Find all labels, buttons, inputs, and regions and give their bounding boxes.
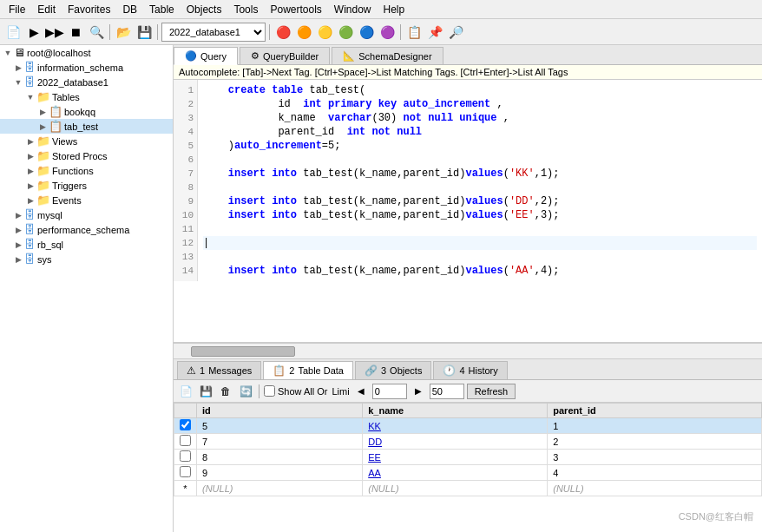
expand-rbsql: ▶ xyxy=(12,239,24,251)
open-btn[interactable]: 📂 xyxy=(114,23,133,42)
menu-file[interactable]: File xyxy=(3,2,30,17)
cell-id: 5 xyxy=(197,418,363,434)
new-btn[interactable]: 📄 xyxy=(3,23,23,42)
find-btn[interactable]: 🔎 xyxy=(446,23,465,42)
menu-favorites[interactable]: Favorites xyxy=(62,2,115,17)
tab-query[interactable]: 🔵 Query xyxy=(174,47,238,65)
tabledata-icon: 📋 xyxy=(273,365,286,377)
schemadesigner-tab-label: SchemaDesigner xyxy=(358,51,431,62)
sidebar-item-views[interactable]: ▶ 📁 Views xyxy=(0,134,173,148)
data-table-wrapper[interactable]: id k_name parent_id 5KK17DD28EE39AA4*(NU… xyxy=(174,403,762,532)
menu-objects[interactable]: Objects xyxy=(181,2,227,17)
copy-btn[interactable]: 📋 xyxy=(404,23,424,42)
code-content[interactable]: create table tab_test( id int primary ke… xyxy=(198,80,762,281)
scroll-thumb[interactable] xyxy=(191,346,295,357)
refresh-button[interactable]: Refresh xyxy=(467,384,516,399)
tab-querybuilder[interactable]: ⚙ QueryBuilder xyxy=(240,47,330,64)
tab-schemadesigner[interactable]: 📐 SchemaDesigner xyxy=(332,47,443,64)
sidebar-item-sys[interactable]: ▶ 🗄 sys xyxy=(0,252,173,266)
sidebar-item-events[interactable]: ▶ 📁 Events xyxy=(0,193,173,207)
row-checkbox-cell[interactable] xyxy=(174,418,197,434)
result-new-btn[interactable]: 📄 xyxy=(177,383,194,400)
tb3[interactable]: 🟡 xyxy=(315,23,334,42)
folder-icon-stored: 📁 xyxy=(36,149,50,162)
sidebar-item-2022db[interactable]: ▼ 🗄 2022_database1 xyxy=(0,75,173,89)
row-checkbox[interactable] xyxy=(180,450,191,462)
run-all-btn[interactable]: ▶▶ xyxy=(45,23,64,42)
cell-k_name: KK xyxy=(363,418,548,434)
sidebar-item-info-schema[interactable]: ▶ 🗄 information_schema xyxy=(0,60,173,75)
sidebar-item-functions[interactable]: ▶ 📁 Functions xyxy=(0,163,173,178)
result-tab-messages[interactable]: ⚠ 1 Messages xyxy=(177,361,261,379)
row-checkbox-cell[interactable] xyxy=(174,450,197,465)
tb4[interactable]: 🟢 xyxy=(336,23,355,42)
nav-next-btn[interactable]: ▶ xyxy=(410,383,427,400)
cell-k_name: DD xyxy=(363,434,548,450)
autocomplete-hint: Autocomplete: [Tab]->Next Tag. [Ctrl+Spa… xyxy=(174,65,762,80)
tb1[interactable]: 🔴 xyxy=(273,23,292,42)
show-all-checkbox[interactable] xyxy=(264,385,275,397)
tb2[interactable]: 🟠 xyxy=(294,23,313,42)
menu-powertools[interactable]: Powertools xyxy=(265,2,326,17)
sidebar-item-mysql[interactable]: ▶ 🗄 mysql xyxy=(0,207,173,222)
row-checkbox[interactable] xyxy=(180,419,191,430)
code-editor[interactable]: 1 2 3 4 5 6 7 8 9 10 11 12 13 14 creat xyxy=(174,80,762,343)
menu-help[interactable]: Help xyxy=(378,2,411,17)
result-save-btn[interactable]: 💾 xyxy=(197,383,214,400)
sidebar-item-bookqq[interactable]: ▶ 📋 bookqq xyxy=(0,104,173,119)
expand-tabtest: ▶ xyxy=(36,121,49,133)
menu-window[interactable]: Window xyxy=(329,2,377,17)
db-selector[interactable]: 2022_database1 xyxy=(161,23,266,42)
table-row[interactable]: 9AA4 xyxy=(174,465,762,481)
sidebar-item-tabtest[interactable]: ▶ 📋 tab_test xyxy=(0,119,173,134)
paste-btn[interactable]: 📌 xyxy=(425,23,444,42)
result-tab-history[interactable]: 🕐 4 History xyxy=(433,361,507,379)
nav-prev-btn[interactable]: ◀ xyxy=(352,383,370,400)
main-toolbar: 📄 ▶ ▶▶ ⏹ 🔍 📂 💾 2022_database1 🔴 🟠 🟡 🟢 🔵 … xyxy=(0,19,762,45)
sidebar-item-root[interactable]: ▼ 🖥 root@localhost xyxy=(0,45,173,60)
sidebar-item-rbsql[interactable]: ▶ 🗄 rb_sql xyxy=(0,237,173,252)
result-refresh-btn2[interactable]: 🔄 xyxy=(237,383,254,400)
expand-views: ▶ xyxy=(24,135,36,148)
run-btn[interactable]: ▶ xyxy=(24,23,43,42)
save-btn[interactable]: 💾 xyxy=(135,23,154,42)
row-checkbox-cell[interactable] xyxy=(174,434,197,450)
explain-btn[interactable]: 🔍 xyxy=(87,23,106,42)
table-row[interactable]: 7DD2 xyxy=(174,434,762,450)
tabledata-tab-label: Table Data xyxy=(298,365,344,376)
result-tab-tabledata[interactable]: 📋 2 Table Data xyxy=(263,361,353,379)
sidebar-item-triggers[interactable]: ▶ 📁 Triggers xyxy=(0,178,173,193)
editor-tabs: 🔵 Query ⚙ QueryBuilder 📐 SchemaDesigner xyxy=(174,45,762,65)
menu-edit[interactable]: Edit xyxy=(32,2,61,17)
offset-input[interactable] xyxy=(372,384,407,399)
tb5[interactable]: 🔵 xyxy=(357,23,376,42)
autocomplete-text: Autocomplete: [Tab]->Next Tag. [Ctrl+Spa… xyxy=(179,67,568,77)
menu-table[interactable]: Table xyxy=(144,2,180,17)
table-row[interactable]: 5KK1 xyxy=(174,418,762,434)
row-checkbox[interactable] xyxy=(180,435,191,446)
sidebar-item-perf-schema[interactable]: ▶ 🗄 performance_schema xyxy=(0,222,173,237)
sidebar-item-stored-procs[interactable]: ▶ 📁 Stored Procs xyxy=(0,148,173,163)
table-row[interactable]: 8EE3 xyxy=(174,450,762,465)
scroll-area[interactable] xyxy=(174,343,762,358)
tb6[interactable]: 🟣 xyxy=(378,23,397,42)
code-line-8 xyxy=(203,181,757,194)
row-checkbox-cell[interactable] xyxy=(174,465,197,481)
sidebar-item-tables-folder[interactable]: ▼ 📁 Tables xyxy=(0,89,173,104)
limit-input[interactable] xyxy=(430,384,464,399)
result-tab-objects[interactable]: 🔗 3 Objects xyxy=(355,361,431,379)
row-checkbox[interactable] xyxy=(180,466,191,477)
row-checkbox-cell[interactable]: * xyxy=(174,481,197,496)
line-numbers: 1 2 3 4 5 6 7 8 9 10 11 12 13 14 xyxy=(174,80,198,281)
stop-btn[interactable]: ⏹ xyxy=(66,23,85,42)
menu-tools[interactable]: Tools xyxy=(228,2,263,17)
table-row[interactable]: *(NULL)(NULL)(NULL) xyxy=(174,481,762,496)
events-label: Events xyxy=(52,195,82,206)
db-icon-2022: 🗄 xyxy=(24,76,36,89)
ln13: 13 xyxy=(177,250,194,264)
result-delete-btn[interactable]: 🗑 xyxy=(217,383,234,400)
code-line-1: create table tab_test( xyxy=(203,83,757,97)
menu-db[interactable]: DB xyxy=(117,2,142,17)
expand-perf: ▶ xyxy=(12,224,24,236)
cell-id: 8 xyxy=(197,450,363,465)
